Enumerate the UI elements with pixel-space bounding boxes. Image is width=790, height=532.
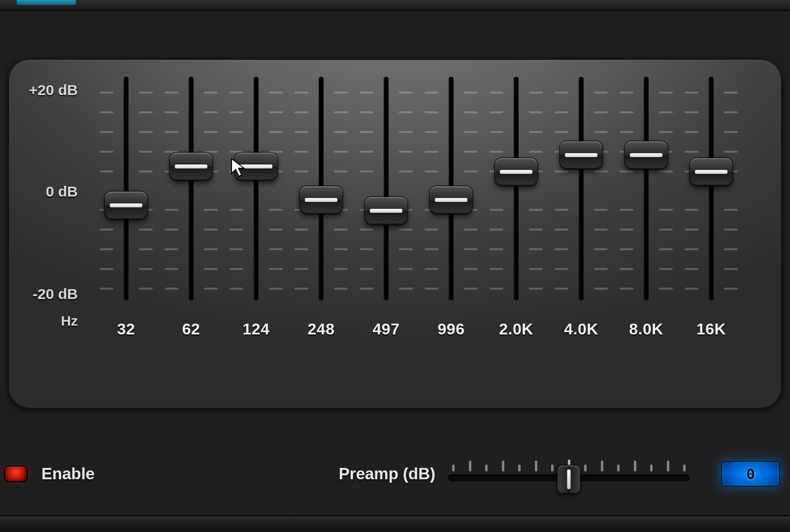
eq-freq-label: 4.0K xyxy=(564,320,598,338)
eq-groove xyxy=(124,77,129,300)
eq-thumb-248[interactable] xyxy=(300,186,342,214)
titlebar[interactable] xyxy=(0,0,790,11)
eq-band-497: 497 xyxy=(358,74,415,399)
eq-panel: +20 dB 0 dB -20 dB Hz 32621242484979962.… xyxy=(8,59,782,409)
eq-thumb-32[interactable] xyxy=(105,192,147,219)
eq-freq-label: 8.0K xyxy=(629,320,663,338)
eq-bands: 32621242484979962.0K4.0K8.0K16K xyxy=(87,74,762,399)
eq-slider-32[interactable] xyxy=(98,77,155,300)
eq-slider-62[interactable] xyxy=(163,77,220,300)
eq-slider-124[interactable] xyxy=(228,77,285,300)
preamp-thumb[interactable] xyxy=(558,466,580,493)
eq-thumb-4.0K[interactable] xyxy=(560,141,602,169)
scale-bot-label: -20 dB xyxy=(19,286,78,302)
preamp-value: 0 xyxy=(746,466,755,483)
footer xyxy=(0,515,790,532)
eq-slider-4.0K[interactable] xyxy=(553,77,610,300)
eq-band-996: 996 xyxy=(423,74,480,399)
content-area: +20 dB 0 dB -20 dB Hz 32621242484979962.… xyxy=(0,11,790,515)
preamp-slider[interactable] xyxy=(448,460,690,488)
eq-groove xyxy=(514,77,519,300)
eq-freq-label: 497 xyxy=(373,320,400,338)
db-scale: +20 dB 0 dB -20 dB Hz xyxy=(18,74,87,399)
eq-freq-label: 996 xyxy=(438,320,465,338)
scale-mid-label: 0 dB xyxy=(19,183,78,200)
eq-slider-248[interactable] xyxy=(293,77,350,300)
eq-band-124: 124 xyxy=(228,74,285,399)
eq-band-62: 62 xyxy=(163,74,220,399)
eq-thumb-996[interactable] xyxy=(430,186,472,214)
eq-band-16K: 16K xyxy=(683,74,740,399)
eq-groove xyxy=(254,77,259,300)
enable-label: Enable xyxy=(41,465,95,483)
eq-thumb-497[interactable] xyxy=(365,197,407,225)
eq-freq-label: 62 xyxy=(182,320,200,338)
scale-top-label: +20 dB xyxy=(19,82,78,99)
eq-groove xyxy=(384,77,389,300)
eq-slider-16K[interactable] xyxy=(683,77,740,300)
eq-groove xyxy=(579,77,584,300)
eq-band-248: 248 xyxy=(293,74,350,399)
scale-unit-label: Hz xyxy=(19,313,78,329)
eq-thumb-2.0K[interactable] xyxy=(495,158,537,186)
eq-freq-label: 124 xyxy=(243,320,270,338)
eq-thumb-8.0K[interactable] xyxy=(625,141,667,169)
eq-band-8.0K: 8.0K xyxy=(618,74,675,399)
eq-band-32: 32 xyxy=(98,74,155,399)
eq-slider-2.0K[interactable] xyxy=(488,77,545,300)
preamp-readout: 0 xyxy=(721,461,780,487)
bottom-bar: Enable Preamp (dB) 0 xyxy=(5,452,785,496)
eq-thumb-124[interactable] xyxy=(235,153,277,180)
eq-band-4.0K: 4.0K xyxy=(553,74,610,399)
enable-toggle[interactable] xyxy=(5,466,27,481)
equalizer-window: +20 dB 0 dB -20 dB Hz 32621242484979962.… xyxy=(0,0,790,532)
eq-thumb-16K[interactable] xyxy=(690,158,732,186)
titlebar-accent xyxy=(17,0,76,5)
eq-groove xyxy=(189,77,194,300)
eq-groove xyxy=(709,77,714,300)
eq-slider-497[interactable] xyxy=(358,77,415,300)
eq-groove xyxy=(644,77,649,300)
eq-freq-label: 16K xyxy=(696,320,726,338)
eq-band-2.0K: 2.0K xyxy=(488,74,545,399)
eq-freq-label: 32 xyxy=(117,320,135,338)
preamp-label: Preamp (dB) xyxy=(339,465,435,483)
eq-freq-label: 2.0K xyxy=(499,320,533,338)
eq-slider-8.0K[interactable] xyxy=(618,77,675,300)
eq-slider-996[interactable] xyxy=(423,77,480,300)
eq-thumb-62[interactable] xyxy=(170,153,212,180)
eq-freq-label: 248 xyxy=(308,320,335,338)
